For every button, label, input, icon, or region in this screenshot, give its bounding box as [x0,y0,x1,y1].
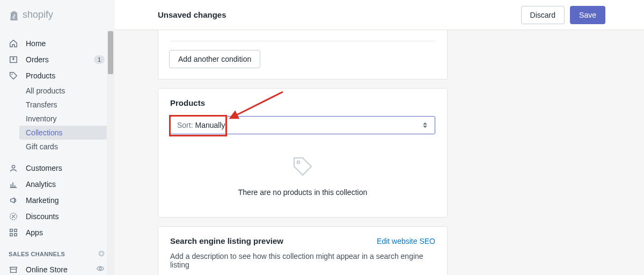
discard-button[interactable]: Discard [521,6,565,24]
tag-icon [9,71,18,81]
tag-outline-icon [291,156,314,177]
svg-rect-7 [14,229,17,232]
seo-title: Search engine listing preview [170,236,283,245]
svg-point-5 [14,217,15,218]
orders-icon [9,55,18,64]
nav-all-products[interactable]: All products [0,84,114,98]
svg-point-4 [12,215,13,216]
store-icon [9,265,18,274]
nav-products[interactable]: Products [0,68,114,84]
sidebar: Home Orders 1 Products All products Tran… [0,30,115,275]
sort-value: Manually [195,121,225,129]
nav-label: Orders [26,55,86,64]
conditions-card-partial: Add another condition [158,30,448,79]
products-card: Products Sort: Manually [158,88,448,218]
nav-online-store[interactable]: Online Store [0,261,114,275]
svg-rect-9 [14,234,17,236]
apps-icon [9,228,18,237]
shopify-bag-icon [9,9,19,21]
sort-select[interactable]: Sort: Manually [170,116,435,134]
sort-prefix: Sort: [177,121,195,129]
scrollbar-thumb[interactable] [108,31,113,74]
unsaved-status: Unsaved changes [158,10,226,19]
brand-logo[interactable]: shopify [9,9,53,21]
products-title: Products [170,98,435,107]
orders-badge: 1 [94,55,105,64]
svg-point-13 [297,161,300,164]
add-channel-icon[interactable] [97,249,106,259]
seo-card: Search engine listing preview Edit websi… [158,226,448,275]
updown-caret-icon [423,121,428,129]
nav-analytics[interactable]: Analytics [0,176,114,192]
edit-seo-link[interactable]: Edit website SEO [377,237,435,245]
nav-label: Analytics [26,180,108,189]
brand-area: shopify [0,0,115,30]
svg-point-1 [11,74,12,75]
nav-orders[interactable]: Orders 1 [0,52,114,68]
nav-label: Customers [26,164,108,172]
nav-discounts[interactable]: Discounts [0,208,114,225]
svg-point-2 [12,165,14,168]
nav-label: Products [26,71,108,80]
sidebar-scrollbar[interactable] [107,30,114,275]
sales-channels-label: SALES CHANNELS [9,251,65,257]
topbar-actions: Discard Save [521,6,605,24]
nav-gift-cards[interactable]: Gift cards [0,140,114,154]
nav-label: Home [26,39,108,48]
discount-icon [9,212,18,221]
svg-point-11 [99,267,101,270]
add-condition-button[interactable]: Add another condition [169,50,260,68]
seo-desc: Add a description to see how this collec… [170,252,435,269]
save-button[interactable]: Save [570,6,605,24]
nav-marketing[interactable]: Marketing [0,192,114,208]
svg-rect-6 [10,229,13,232]
empty-state: There are no products in this collection [170,134,435,207]
customers-icon [9,163,18,173]
nav-transfers[interactable]: Transfers [0,98,114,112]
nav-home[interactable]: Home [0,35,114,52]
nav-collections[interactable]: Collections [19,126,110,140]
analytics-icon [9,179,18,189]
eye-icon[interactable] [96,264,105,274]
nav-customers[interactable]: Customers [0,160,114,176]
svg-rect-8 [10,234,13,236]
nav-label: Online Store [26,265,89,274]
nav-label: Marketing [26,196,108,205]
megaphone-icon [9,196,18,205]
topbar-main: Unsaved changes Discard Save [115,6,644,24]
nav-apps[interactable]: Apps [0,225,114,241]
main-content: Add another condition Products Sort: Man… [115,30,644,275]
topbar: shopify Unsaved changes Discard Save [0,0,644,30]
nav-inventory[interactable]: Inventory [0,112,114,126]
empty-text: There are no products in this collection [238,188,367,197]
home-icon [9,39,18,48]
nav-label: Discounts [26,212,108,221]
nav-label: Apps [26,228,108,237]
sales-channels-header: SALES CHANNELS [0,245,114,261]
brand-name: shopify [23,9,53,20]
